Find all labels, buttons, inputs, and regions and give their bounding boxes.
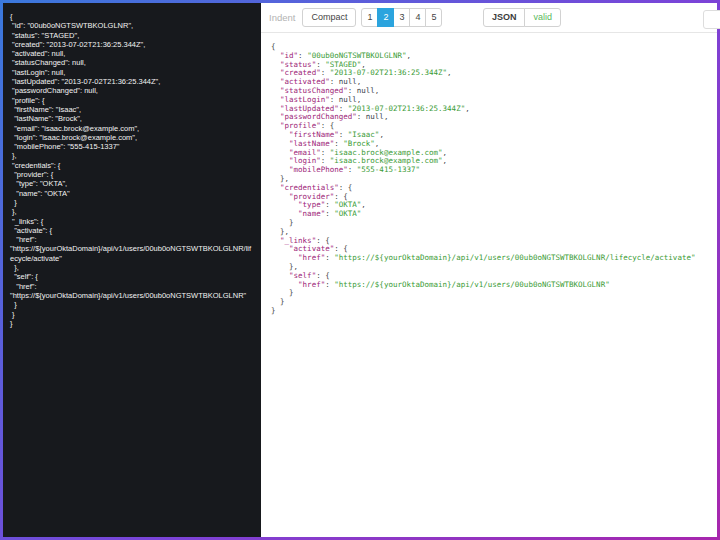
json-format-button[interactable]: JSON [483,8,526,27]
indent-size-group: 1 2 3 4 5 [361,8,442,27]
indent-option-2-selected[interactable]: 2 [377,8,394,27]
indent-label: Indent [269,12,295,23]
toolbar: Indent Compact 1 2 3 4 5 JSON valid [261,3,717,33]
json-input-textarea[interactable]: { "id": "00ub0oNGTSWTBKOLGLNR", "status"… [3,3,261,537]
json-formatter-app: { "id": "00ub0oNGTSWTBKOLGLNR", "status"… [0,0,720,540]
indent-option-4[interactable]: 4 [409,8,426,27]
format-status-group: JSON valid [483,8,561,27]
indent-option-1[interactable]: 1 [361,8,378,27]
compact-button[interactable]: Compact [302,8,356,27]
formatted-json-output: { "id": "00ub0oNGTSWTBKOLGLNR", "status"… [261,33,717,537]
partial-cutoff-button[interactable] [703,10,720,29]
valid-status-badge[interactable]: valid [524,8,561,27]
split-panes: { "id": "00ub0oNGTSWTBKOLGLNR", "status"… [3,3,717,537]
indent-option-3[interactable]: 3 [393,8,410,27]
output-panel: Indent Compact 1 2 3 4 5 JSON valid { "i… [261,3,717,537]
indent-option-5[interactable]: 5 [425,8,442,27]
